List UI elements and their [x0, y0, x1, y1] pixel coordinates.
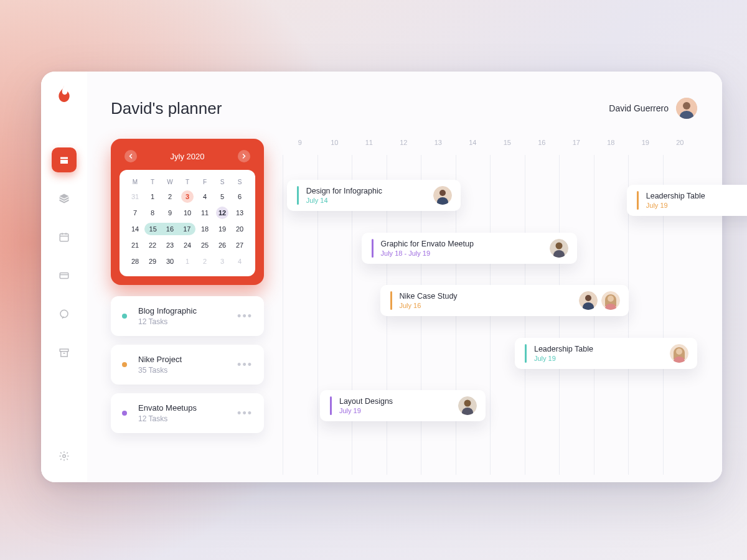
- calendar-next-button[interactable]: [238, 150, 250, 162]
- timeline: 91011121314151617181920 Design for Infog…: [283, 139, 697, 475]
- user-name: David Guerrero: [609, 103, 669, 113]
- calendar-day[interactable]: 1: [179, 255, 195, 268]
- calendar-day[interactable]: 12: [216, 207, 228, 219]
- calendar-day[interactable]: 14: [127, 223, 143, 235]
- calendar-day[interactable]: 11: [197, 207, 213, 219]
- svg-point-18: [585, 295, 591, 301]
- weekday-label: W: [162, 179, 178, 185]
- svg-rect-1: [60, 273, 68, 279]
- calendar-day[interactable]: 26: [214, 239, 230, 251]
- project-more-button[interactable]: •••: [237, 407, 253, 420]
- sidebar: [41, 72, 87, 482]
- svg-rect-0: [60, 234, 68, 241]
- timeline-event[interactable]: Graphic for Envato Meetup July 18 - July…: [362, 233, 577, 264]
- nav-archive[interactable]: [52, 340, 77, 365]
- nav-card[interactable]: [52, 263, 77, 288]
- content: Jyly 2020 MTWTFSS 3112345678910111213141…: [111, 139, 697, 475]
- weekday-label: F: [197, 179, 213, 185]
- timeline-events: Design for Infographic July 14 Leadershi…: [283, 155, 697, 475]
- calendar-day[interactable]: 3: [214, 255, 230, 268]
- project-tasks: 12 Tasks: [138, 317, 237, 326]
- left-column: Jyly 2020 MTWTFSS 3112345678910111213141…: [111, 139, 264, 475]
- calendar-day[interactable]: 25: [197, 239, 213, 251]
- calendar-day[interactable]: 10: [179, 207, 195, 219]
- hour-label: 9: [283, 139, 317, 151]
- project-name: Envato Meetups: [138, 403, 237, 413]
- calendar-day[interactable]: 24: [179, 239, 195, 251]
- calendar-prev-button[interactable]: [125, 150, 137, 162]
- svg-point-4: [63, 455, 66, 458]
- calendar-day[interactable]: 23: [162, 239, 178, 251]
- calendar-widget: Jyly 2020 MTWTFSS 3112345678910111213141…: [111, 139, 264, 285]
- nav-chat[interactable]: [52, 302, 77, 327]
- project-list: Blog Infographic 12 Tasks ••• Nike Proje…: [111, 296, 264, 433]
- calendar-day[interactable]: 19: [214, 223, 230, 235]
- calendar-day[interactable]: 1: [144, 190, 161, 203]
- calendar-day[interactable]: 6: [232, 190, 248, 203]
- calendar-day[interactable]: 30: [162, 255, 178, 268]
- project-name: Blog Infographic: [138, 306, 237, 315]
- hour-label: 13: [421, 139, 456, 151]
- weekday-label: T: [179, 179, 195, 185]
- project-name: Nike Project: [138, 355, 237, 364]
- timeline-event[interactable]: Nike Case Study July 16: [380, 285, 629, 316]
- calendar-day[interactable]: 9: [162, 207, 178, 219]
- calendar-day[interactable]: 27: [232, 239, 248, 251]
- flame-logo-icon: [56, 85, 72, 104]
- calendar-day[interactable]: 7: [127, 207, 143, 219]
- calendar-day[interactable]: 13: [232, 207, 248, 219]
- project-more-button[interactable]: •••: [237, 358, 253, 371]
- event-avatar: [458, 396, 477, 415]
- nav-settings[interactable]: [52, 444, 77, 469]
- timeline-event[interactable]: Design for Infographic July 14: [287, 180, 461, 211]
- calendar-day[interactable]: 29: [144, 255, 161, 268]
- calendar-day[interactable]: 8: [144, 207, 161, 219]
- timeline-event[interactable]: Leadership Table July 19: [627, 185, 747, 216]
- project-card[interactable]: Blog Infographic 12 Tasks •••: [111, 296, 264, 336]
- event-avatar: [579, 291, 598, 310]
- calendar-day[interactable]: 2: [162, 190, 178, 203]
- hour-label: 14: [456, 139, 491, 151]
- hour-label: 18: [594, 139, 629, 151]
- calendar-day[interactable]: 22: [144, 239, 161, 251]
- header: David's planner David Guerrero: [111, 98, 697, 119]
- weekday-label: S: [232, 179, 248, 185]
- timeline-event[interactable]: Layout Designs July 19: [320, 390, 486, 421]
- weekday-label: M: [127, 179, 143, 185]
- event-date: July 18 - July 19: [381, 250, 543, 257]
- event-color-bar: [390, 291, 392, 310]
- svg-point-2: [60, 310, 68, 317]
- nav-inbox[interactable]: [52, 147, 77, 172]
- calendar-day[interactable]: 20: [232, 223, 248, 235]
- weekday-label: S: [214, 179, 230, 185]
- event-name: Leadership Table: [646, 192, 747, 200]
- svg-point-6: [683, 102, 690, 110]
- event-color-bar: [637, 191, 639, 210]
- project-card[interactable]: Envato Meetups 12 Tasks •••: [111, 393, 264, 433]
- user-chip[interactable]: David Guerrero: [609, 98, 697, 119]
- event-avatar: [670, 344, 688, 363]
- project-more-button[interactable]: •••: [237, 310, 253, 323]
- nav-calendar[interactable]: [52, 225, 77, 250]
- calendar-day[interactable]: 31: [127, 190, 143, 203]
- project-dot-icon: [122, 411, 127, 416]
- project-card[interactable]: Nike Project 35 Tasks •••: [111, 345, 264, 385]
- calendar-day[interactable]: 4: [232, 255, 248, 268]
- calendar-range[interactable]: 151617: [144, 223, 195, 235]
- calendar-day[interactable]: 18: [197, 223, 213, 235]
- hour-label: 19: [628, 139, 663, 151]
- event-color-bar: [525, 344, 527, 363]
- nav-layers[interactable]: [52, 186, 77, 211]
- timeline-event[interactable]: Leadership Table July 19: [515, 338, 697, 369]
- svg-point-15: [555, 243, 562, 250]
- event-name: Design for Infographic: [306, 187, 428, 195]
- calendar-day[interactable]: 4: [197, 190, 213, 203]
- event-date: July 19: [339, 407, 452, 414]
- calendar-day[interactable]: 5: [214, 190, 230, 203]
- calendar-day[interactable]: 28: [127, 255, 143, 268]
- event-date: July 19: [646, 202, 747, 209]
- calendar-day[interactable]: 3: [181, 190, 194, 203]
- calendar-day[interactable]: 21: [127, 239, 143, 251]
- hour-label: 17: [559, 139, 594, 151]
- calendar-day[interactable]: 2: [197, 255, 213, 268]
